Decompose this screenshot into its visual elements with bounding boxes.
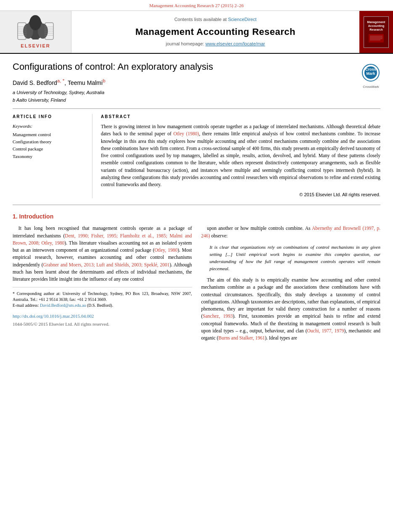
footnote-area: * Corresponding author at: University of…: [13, 287, 192, 308]
svg-point-4: [29, 15, 41, 30]
issn-text: 1044-5005/© 2015 Elsevier Ltd. All right…: [13, 321, 192, 328]
section-title: Introduction: [19, 213, 54, 220]
cover-decoration-icon: [368, 33, 385, 44]
citation-text: Management Accounting Research 27 (2015)…: [149, 3, 244, 8]
footnote-star: * Corresponding author at: University of…: [13, 291, 192, 303]
elsevier-wordmark: ELSEVIER: [21, 43, 50, 49]
article-title: Configurations of control: An explorator…: [13, 61, 380, 72]
svg-text:Cross: Cross: [365, 67, 376, 71]
sciencedirect-link[interactable]: ScienceDirect: [228, 17, 256, 22]
homepage-link[interactable]: www.elsevier.com/locate/mar: [206, 41, 265, 46]
crossmark-icon: Cross Mark: [361, 63, 380, 82]
keyword-2: Configuration theory: [13, 139, 86, 145]
keyword-4: Taxonomy: [13, 153, 86, 160]
dent-1990-link[interactable]: Dent, 1990; Fisher, 1995; Flamholtz et a…: [13, 233, 192, 245]
journal-homepage-line: journal homepage: www.elsevier.com/locat…: [166, 41, 265, 47]
homepage-label: journal homepage:: [166, 41, 205, 46]
section-heading: 1. Introduction: [13, 213, 380, 221]
abstract-heading: ABSTRACT: [101, 114, 380, 120]
separator-2: [13, 205, 380, 205]
elsevier-tree-icon: [16, 14, 55, 42]
contents-text: Contents lists available at: [174, 17, 228, 22]
journal-header-center: Contents lists available at ScienceDirec…: [71, 11, 359, 53]
intro-para-1: It has long been recognised that managem…: [13, 225, 192, 283]
article-info-column: ARTICLE INFO Keywords: Management contro…: [13, 114, 92, 198]
doi-area: http://dx.doi.org/10.1016/j.mar.2015.04.…: [13, 313, 192, 327]
info-abstract-columns: ARTICLE INFO Keywords: Management contro…: [13, 114, 380, 198]
journal-cover-right: Management Accounting Research: [359, 11, 393, 53]
sanchez-link[interactable]: Sanchez, 1993: [203, 313, 232, 319]
crossmark-badge: Cross Mark CrossMark: [361, 63, 380, 89]
citation-bar: Management Accounting Research 27 (2015)…: [0, 0, 393, 11]
blockquote: It is clear that organizations rely on c…: [210, 244, 381, 272]
contents-available-line: Contents lists available at ScienceDirec…: [174, 16, 257, 23]
author1-sup: a, *: [57, 78, 65, 83]
elsevier-logo-area: ELSEVIER: [0, 11, 71, 53]
article-info-heading: ARTICLE INFO: [13, 114, 86, 120]
otley-1980-link[interactable]: Otley (1980): [173, 131, 199, 136]
journal-cover-image: Management Accounting Research: [364, 16, 389, 48]
crossmark-label: CrossMark: [361, 84, 380, 89]
separator-1: [13, 108, 380, 109]
cover-line1: Management: [367, 20, 385, 24]
affiliation-2: b Aalto University, Finland: [13, 97, 380, 103]
email-suffix: (D.S. Bedford).: [86, 303, 113, 308]
keywords-label: Keywords:: [13, 123, 86, 129]
intro-right-column: upon another or how multiple controls co…: [201, 225, 381, 345]
affiliation-1: a University of Technology, Sydney, Aust…: [13, 90, 380, 96]
abstract-column: ABSTRACT There is growing interest in ho…: [101, 114, 380, 198]
svg-text:Mark: Mark: [366, 71, 375, 76]
email-link[interactable]: David.Bedford@uts.edu.au: [40, 303, 86, 308]
intro-right-para-1: upon another or how multiple controls co…: [201, 225, 381, 240]
abstract-text: There is growing interest in how managem…: [101, 123, 380, 188]
keyword-3: Control package: [13, 146, 86, 152]
section-number: 1.: [13, 213, 18, 220]
article-content: Cross Mark CrossMark Configurations of c…: [0, 54, 393, 354]
intro-body-columns: It has long been recognised that managem…: [13, 225, 380, 345]
otley-1980-link-2[interactable]: Otley, 1980: [155, 248, 178, 253]
ouchi-link[interactable]: Ouchi, 1977, 1979: [307, 328, 344, 333]
intro-right-para-2: The aim of this study is to empirically …: [201, 277, 381, 342]
abernethy-link[interactable]: Abernethy and Brownell (1997, p. 246): [201, 226, 381, 238]
email-label: E-mail address:: [13, 303, 40, 308]
journal-title: Management Accounting Research: [135, 26, 295, 39]
burns-link[interactable]: Burns and Stalker, 1961: [218, 335, 265, 340]
copyright-text: © 2015 Elsevier Ltd. All rights reserved…: [101, 192, 380, 198]
introduction-section: 1. Introduction It has long been recogni…: [13, 213, 380, 345]
cover-line2: Accounting: [367, 24, 385, 28]
intro-left-column: It has long been recognised that managem…: [13, 225, 192, 345]
authors-line: David S. Bedforda, *, Teemu Malmib: [13, 77, 380, 87]
svg-rect-17: [369, 34, 384, 42]
doi-link[interactable]: http://dx.doi.org/10.1016/j.mar.2015.04.…: [13, 313, 192, 320]
author2-sup: b: [103, 78, 105, 83]
author2-name: Teemu Malmi: [68, 79, 103, 86]
elsevier-container: ELSEVIER: [12, 11, 59, 53]
keyword-1: Management control: [13, 132, 86, 138]
journal-header: ELSEVIER Contents lists available at Sci…: [0, 11, 393, 53]
author1-name: David S. Bedford: [13, 79, 57, 86]
footnote-email: E-mail address: David.Bedford@uts.edu.au…: [13, 303, 192, 308]
cover-line3: Research: [367, 28, 385, 32]
page: Management Accounting Research 27 (2015)…: [0, 0, 393, 532]
grabner-link[interactable]: Grabner and Moers, 2013; Luft and Shield…: [43, 262, 170, 267]
